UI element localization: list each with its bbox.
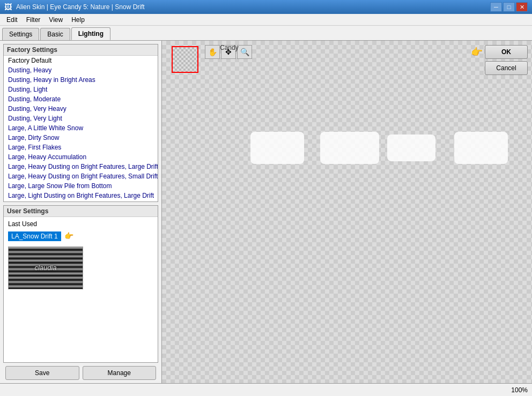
settings-item-dusting-heavy[interactable]: Dusting, Heavy <box>4 65 158 75</box>
settings-item-large-little-white[interactable]: Large, A Little White Snow <box>4 123 158 133</box>
tab-basic[interactable]: Basic <box>40 28 70 40</box>
factory-settings-list[interactable]: Factory Default Dusting, Heavy Dusting, … <box>4 56 158 201</box>
settings-item-dusting-light[interactable]: Dusting, Light <box>4 85 158 94</box>
settings-item-dusting-heavy-bright[interactable]: Dusting, Heavy in Bright Areas <box>4 75 158 85</box>
manage-button[interactable]: Manage <box>83 366 157 380</box>
settings-item-large-first-flakes[interactable]: Large, First Flakes <box>4 143 158 152</box>
left-panel: Factory Settings Factory Default Dusting… <box>0 41 162 383</box>
factory-settings-header: Factory Settings <box>4 44 158 56</box>
thumbnail-preview: claudia <box>8 246 83 289</box>
settings-item-large-light-bright-large[interactable]: Large, Light Dusting on Bright Features,… <box>4 191 158 200</box>
preview-thumbnail <box>172 46 198 73</box>
ok-hand-icon: 👉 <box>471 46 483 58</box>
tabs-bar: Settings Basic Lighting <box>0 26 532 41</box>
ok-cancel-area: 👉 OK Cancel <box>471 45 528 75</box>
snow-shape-4 <box>454 132 508 164</box>
thumbnail-text: claudia <box>34 264 56 272</box>
user-settings-header: User Settings <box>4 206 158 217</box>
settings-item-dusting-moderate[interactable]: Dusting, Moderate <box>4 94 158 104</box>
settings-item-large-heavy-bright-large[interactable]: Large, Heavy Dusting on Bright Features,… <box>4 162 158 171</box>
factory-settings-box: Factory Settings Factory Default Dusting… <box>3 44 158 202</box>
menu-view[interactable]: View <box>45 15 67 25</box>
ok-btn-wrapper: 👉 OK <box>471 45 528 59</box>
title-bar-text: Alien Skin | Eye Candy 5: Nature | Snow … <box>16 3 490 11</box>
snow-shape-3 <box>387 135 435 161</box>
status-bar: 100% <box>0 383 532 396</box>
main-content: Factory Settings Factory Default Dusting… <box>0 41 532 383</box>
pan-tool-button[interactable]: ✋ <box>205 45 220 59</box>
zoom-level: 100% <box>511 386 528 394</box>
tab-settings[interactable]: Settings <box>2 28 39 40</box>
user-item-la-snow-drift[interactable]: LA_Snow Drift 1 <box>8 231 61 241</box>
menu-bar: Edit Filter View Help <box>0 14 532 26</box>
settings-item-dusting-very-heavy[interactable]: Dusting, Very Heavy <box>4 104 158 114</box>
cancel-button[interactable]: Cancel <box>485 61 528 75</box>
snow-shape-2 <box>320 132 379 164</box>
menu-edit[interactable]: Edit <box>2 15 22 25</box>
minimize-button[interactable]: ─ <box>490 2 502 12</box>
app-icon: 🖼 <box>4 3 13 11</box>
title-bar: 🖼 Alien Skin | Eye Candy 5: Nature | Sno… <box>0 0 532 14</box>
last-used-label: Last Used <box>8 219 153 229</box>
title-bar-controls: ─ □ ✕ <box>490 2 528 12</box>
menu-filter[interactable]: Filter <box>22 15 45 25</box>
menu-help[interactable]: Help <box>67 15 89 25</box>
maximize-button[interactable]: □ <box>503 2 515 12</box>
settings-item-dusting-very-light[interactable]: Dusting, Very Light <box>4 114 158 123</box>
user-settings-box: User Settings Last Used LA_Snow Drift 1 … <box>3 205 158 363</box>
snow-shape-1 <box>250 132 304 164</box>
user-settings-content: Last Used LA_Snow Drift 1 👉 claudia <box>4 217 158 363</box>
selected-item-label: LA_Snow Drift 1 <box>11 233 58 240</box>
preview-panel: ✋ ✥ 🔍 👉 OK Cancel Candy <box>162 41 532 383</box>
settings-item-factory-default[interactable]: Factory Default <box>4 56 158 65</box>
ok-button[interactable]: OK <box>485 45 528 59</box>
settings-item-large-dirty[interactable]: Large, Dirty Snow <box>4 133 158 143</box>
zoom-tool-button[interactable]: 🔍 <box>237 45 252 59</box>
save-button[interactable]: Save <box>5 366 79 380</box>
settings-item-large-heavy-bright-small[interactable]: Large, Heavy Dusting on Bright Features,… <box>4 171 158 181</box>
left-bottom-buttons: Save Manage <box>3 366 158 380</box>
close-button[interactable]: ✕ <box>516 2 528 12</box>
tab-lighting[interactable]: Lighting <box>71 27 110 40</box>
settings-item-large-heavy-accum[interactable]: Large, Heavy Accumulation <box>4 152 158 162</box>
candy-label: Candy <box>220 44 239 51</box>
arrow-icon: 👉 <box>64 231 73 240</box>
settings-item-large-snow-pile[interactable]: Large, Large Snow Pile from Bottom <box>4 181 158 191</box>
